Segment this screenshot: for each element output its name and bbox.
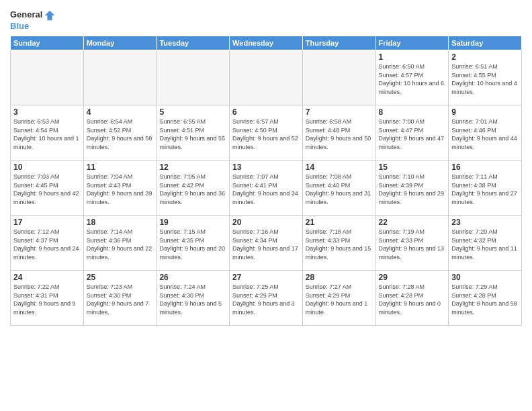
- day-number: 14: [306, 163, 373, 172]
- calendar-header-thursday: Thursday: [302, 36, 375, 50]
- calendar-cell: 4Sunrise: 6:54 AM Sunset: 4:52 PM Daylig…: [83, 105, 157, 160]
- day-number: 23: [451, 218, 519, 227]
- day-number: 8: [379, 107, 446, 117]
- day-info: Sunrise: 7:14 AM Sunset: 4:36 PM Dayligh…: [87, 228, 154, 261]
- logo-blue: Blue: [10, 21, 56, 32]
- calendar-cell: 19Sunrise: 7:15 AM Sunset: 4:35 PM Dayli…: [157, 215, 230, 270]
- day-info: Sunrise: 7:20 AM Sunset: 4:32 PM Dayligh…: [451, 228, 519, 261]
- day-number: 7: [306, 107, 373, 117]
- day-info: Sunrise: 6:54 AM Sunset: 4:52 PM Dayligh…: [87, 118, 154, 151]
- day-info: Sunrise: 7:16 AM Sunset: 4:34 PM Dayligh…: [232, 228, 300, 261]
- day-info: Sunrise: 7:18 AM Sunset: 4:33 PM Dayligh…: [306, 228, 373, 261]
- day-info: Sunrise: 7:10 AM Sunset: 4:39 PM Dayligh…: [379, 173, 446, 206]
- calendar-header-friday: Friday: [375, 36, 449, 50]
- calendar-cell: [302, 50, 375, 105]
- day-number: 21: [306, 218, 373, 227]
- day-number: 9: [451, 107, 519, 117]
- day-info: Sunrise: 6:55 AM Sunset: 4:51 PM Dayligh…: [159, 118, 226, 151]
- calendar-cell: 3Sunrise: 6:53 AM Sunset: 4:54 PM Daylig…: [11, 105, 84, 160]
- day-info: Sunrise: 6:51 AM Sunset: 4:55 PM Dayligh…: [451, 62, 519, 96]
- calendar-cell: [157, 50, 230, 105]
- day-number: 18: [87, 218, 154, 227]
- calendar-header-wednesday: Wednesday: [230, 36, 303, 50]
- calendar-header-row: SundayMondayTuesdayWednesdayThursdayFrid…: [11, 36, 522, 50]
- calendar-cell: 7Sunrise: 6:58 AM Sunset: 4:48 PM Daylig…: [302, 105, 375, 160]
- day-info: Sunrise: 7:29 AM Sunset: 4:28 PM Dayligh…: [451, 283, 519, 316]
- day-number: 13: [232, 163, 300, 172]
- calendar-cell: 29Sunrise: 7:28 AM Sunset: 4:28 PM Dayli…: [375, 270, 449, 325]
- day-number: 26: [159, 273, 226, 282]
- calendar-cell: 28Sunrise: 7:27 AM Sunset: 4:29 PM Dayli…: [302, 270, 375, 325]
- calendar-week-3: 10Sunrise: 7:03 AM Sunset: 4:45 PM Dayli…: [11, 160, 522, 215]
- calendar-cell: 8Sunrise: 7:00 AM Sunset: 4:47 PM Daylig…: [375, 105, 449, 160]
- day-number: 15: [379, 163, 446, 172]
- calendar-cell: [83, 50, 157, 105]
- day-number: 3: [13, 107, 81, 117]
- calendar-cell: 22Sunrise: 7:19 AM Sunset: 4:33 PM Dayli…: [375, 215, 449, 270]
- day-number: 27: [232, 273, 300, 282]
- day-info: Sunrise: 7:01 AM Sunset: 4:46 PM Dayligh…: [451, 118, 519, 151]
- calendar-cell: 10Sunrise: 7:03 AM Sunset: 4:45 PM Dayli…: [11, 160, 84, 215]
- day-number: 2: [451, 52, 519, 62]
- calendar-cell: 15Sunrise: 7:10 AM Sunset: 4:39 PM Dayli…: [375, 160, 449, 215]
- calendar-cell: 1Sunrise: 6:50 AM Sunset: 4:57 PM Daylig…: [375, 50, 449, 105]
- day-info: Sunrise: 7:28 AM Sunset: 4:28 PM Dayligh…: [379, 283, 446, 316]
- svg-marker-0: [45, 11, 54, 20]
- day-number: 20: [232, 218, 300, 227]
- day-number: 1: [379, 52, 446, 62]
- calendar-header-tuesday: Tuesday: [157, 36, 230, 50]
- day-info: Sunrise: 7:23 AM Sunset: 4:30 PM Dayligh…: [87, 283, 154, 316]
- day-info: Sunrise: 7:22 AM Sunset: 4:31 PM Dayligh…: [13, 283, 81, 316]
- calendar-cell: 12Sunrise: 7:05 AM Sunset: 4:42 PM Dayli…: [157, 160, 230, 215]
- day-info: Sunrise: 7:03 AM Sunset: 4:45 PM Dayligh…: [13, 173, 81, 206]
- day-number: 16: [451, 163, 519, 172]
- day-info: Sunrise: 6:57 AM Sunset: 4:50 PM Dayligh…: [232, 118, 300, 151]
- day-info: Sunrise: 7:00 AM Sunset: 4:47 PM Dayligh…: [379, 118, 446, 151]
- calendar-cell: 20Sunrise: 7:16 AM Sunset: 4:34 PM Dayli…: [230, 215, 303, 270]
- calendar-cell: 26Sunrise: 7:24 AM Sunset: 4:30 PM Dayli…: [157, 270, 230, 325]
- calendar-cell: 14Sunrise: 7:08 AM Sunset: 4:40 PM Dayli…: [302, 160, 375, 215]
- page-container: General Blue SundayMondayTuesdayWednesda…: [0, 0, 532, 332]
- day-info: Sunrise: 6:50 AM Sunset: 4:57 PM Dayligh…: [379, 62, 446, 96]
- calendar-cell: 18Sunrise: 7:14 AM Sunset: 4:36 PM Dayli…: [83, 215, 157, 270]
- day-number: 28: [306, 273, 373, 282]
- logo-general: General: [10, 9, 42, 19]
- day-info: Sunrise: 7:19 AM Sunset: 4:33 PM Dayligh…: [379, 228, 446, 261]
- calendar-cell: 21Sunrise: 7:18 AM Sunset: 4:33 PM Dayli…: [302, 215, 375, 270]
- day-number: 4: [87, 107, 154, 117]
- calendar-week-2: 3Sunrise: 6:53 AM Sunset: 4:54 PM Daylig…: [11, 105, 522, 160]
- day-number: 22: [379, 218, 446, 227]
- calendar-cell: 17Sunrise: 7:12 AM Sunset: 4:37 PM Dayli…: [11, 215, 84, 270]
- day-info: Sunrise: 7:27 AM Sunset: 4:29 PM Dayligh…: [306, 283, 373, 316]
- day-number: 19: [159, 218, 226, 227]
- day-number: 29: [379, 273, 446, 282]
- calendar-cell: 23Sunrise: 7:20 AM Sunset: 4:32 PM Dayli…: [449, 215, 522, 270]
- calendar-cell: [11, 50, 84, 105]
- day-number: 25: [87, 273, 154, 282]
- calendar-cell: 13Sunrise: 7:07 AM Sunset: 4:41 PM Dayli…: [230, 160, 303, 215]
- calendar-cell: 24Sunrise: 7:22 AM Sunset: 4:31 PM Dayli…: [11, 270, 84, 325]
- day-number: 17: [13, 218, 81, 227]
- day-number: 30: [451, 273, 519, 282]
- calendar-cell: 9Sunrise: 7:01 AM Sunset: 4:46 PM Daylig…: [449, 105, 522, 160]
- day-info: Sunrise: 7:24 AM Sunset: 4:30 PM Dayligh…: [159, 283, 226, 316]
- day-info: Sunrise: 7:15 AM Sunset: 4:35 PM Dayligh…: [159, 228, 226, 261]
- day-info: Sunrise: 7:07 AM Sunset: 4:41 PM Dayligh…: [232, 173, 300, 206]
- calendar-header-sunday: Sunday: [11, 36, 84, 50]
- day-number: 5: [159, 107, 226, 117]
- calendar-week-1: 1Sunrise: 6:50 AM Sunset: 4:57 PM Daylig…: [11, 50, 522, 105]
- day-number: 6: [232, 107, 300, 117]
- calendar-cell: 2Sunrise: 6:51 AM Sunset: 4:55 PM Daylig…: [449, 50, 522, 105]
- day-info: Sunrise: 6:53 AM Sunset: 4:54 PM Dayligh…: [13, 118, 81, 151]
- calendar-cell: 6Sunrise: 6:57 AM Sunset: 4:50 PM Daylig…: [230, 105, 303, 160]
- day-number: 11: [87, 163, 154, 172]
- day-number: 12: [159, 163, 226, 172]
- calendar-cell: 30Sunrise: 7:29 AM Sunset: 4:28 PM Dayli…: [449, 270, 522, 325]
- day-info: Sunrise: 7:05 AM Sunset: 4:42 PM Dayligh…: [159, 173, 226, 206]
- day-number: 24: [13, 273, 81, 282]
- day-info: Sunrise: 7:11 AM Sunset: 4:38 PM Dayligh…: [451, 173, 519, 206]
- calendar-cell: 16Sunrise: 7:11 AM Sunset: 4:38 PM Dayli…: [449, 160, 522, 215]
- logo: General Blue: [10, 9, 56, 32]
- calendar-week-4: 17Sunrise: 7:12 AM Sunset: 4:37 PM Dayli…: [11, 215, 522, 270]
- calendar-header-monday: Monday: [83, 36, 157, 50]
